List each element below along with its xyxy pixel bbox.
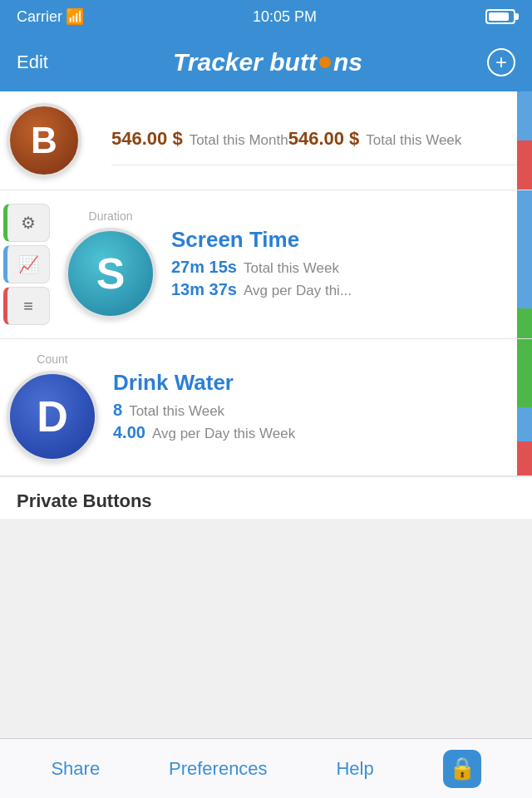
drink-water-title: Drink Water xyxy=(113,370,524,396)
drink-water-color-tabs xyxy=(517,339,532,475)
carrier-text: Carrier xyxy=(17,8,62,26)
drink-water-info: Drink Water 8 Total this Week 4.00 Avg p… xyxy=(113,370,532,446)
battery-icon xyxy=(485,9,515,24)
wifi-icon: 📶 xyxy=(66,7,84,26)
screen-time-left-buttons: ⚙ 📈 ≡ xyxy=(0,204,58,325)
drink-water-avatar: D xyxy=(7,371,98,462)
screen-time-title: Screen Time xyxy=(171,227,524,253)
private-section: Private Buttons xyxy=(0,476,532,519)
lock-button[interactable]: 🔒 xyxy=(443,750,481,788)
gear-icon: ⚙ xyxy=(21,213,36,233)
edit-button[interactable]: Edit xyxy=(17,52,48,73)
bottom-bar: Share Preferences Help 🔒 xyxy=(0,738,532,798)
chart-icon: 📈 xyxy=(18,254,39,274)
first-tracker-item[interactable]: B 546.00 $ Total this Month 546.00 $ Tot… xyxy=(0,91,532,190)
preferences-button[interactable]: Preferences xyxy=(169,758,268,780)
screen-time-info: Screen Time 27m 15s Total this Week 13m … xyxy=(171,227,532,303)
first-tracker-info: 546.00 $ Total this Month 546.00 $ Total… xyxy=(111,116,532,165)
screen-time-item[interactable]: ⚙ 📈 ≡ Duration S Screen Time 27m 15s Tot… xyxy=(0,190,532,339)
first-color-tabs xyxy=(517,91,532,190)
list-icon: ≡ xyxy=(23,297,33,316)
add-button[interactable]: + xyxy=(487,48,515,76)
share-button[interactable]: Share xyxy=(51,758,100,780)
drink-water-item[interactable]: Count D Drink Water 8 Total this Week 4.… xyxy=(0,339,532,476)
drink-water-avatar-wrap: Count D xyxy=(7,352,98,462)
screen-time-color-tabs xyxy=(517,190,532,338)
help-button[interactable]: Help xyxy=(336,758,373,780)
settings-button[interactable]: ⚙ xyxy=(3,204,50,242)
chart-button[interactable]: 📈 xyxy=(3,245,50,283)
screen-time-avatar: S xyxy=(65,228,156,319)
status-bar: Carrier 📶 10:05 PM xyxy=(0,0,532,33)
content-area: B 546.00 $ Total this Month 546.00 $ Tot… xyxy=(0,91,532,519)
list-button[interactable]: ≡ xyxy=(3,287,50,325)
first-avatar: B xyxy=(7,103,81,178)
app-title: Tracker buttns xyxy=(173,48,362,76)
nav-bar: Edit Tracker buttns + xyxy=(0,33,532,91)
time-display: 10:05 PM xyxy=(253,8,317,26)
title-dot xyxy=(319,57,331,68)
screen-time-avatar-wrap: Duration S xyxy=(65,209,156,319)
private-title: Private Buttons xyxy=(17,490,152,511)
lock-icon: 🔒 xyxy=(449,756,475,781)
